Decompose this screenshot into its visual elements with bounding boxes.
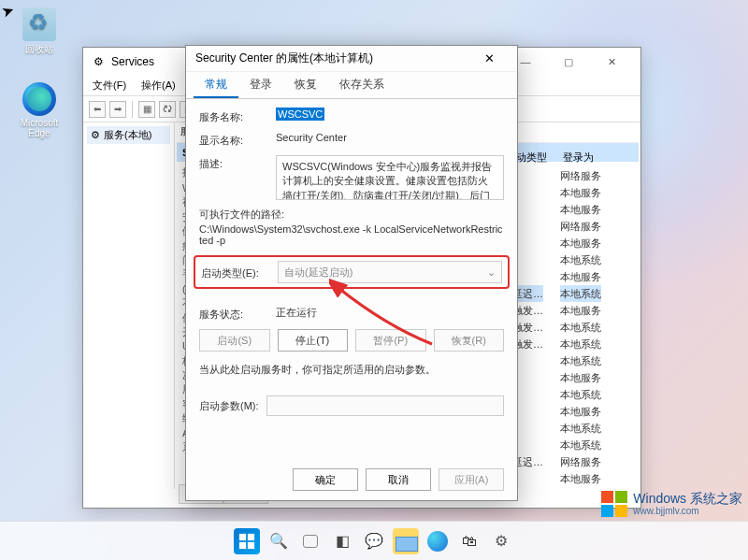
taskbar-widgets[interactable]: ◧ xyxy=(329,528,355,554)
svg-rect-2 xyxy=(239,541,246,548)
dialog-titlebar[interactable]: Security Center 的属性(本地计算机) ✕ xyxy=(186,46,517,72)
taskview-icon xyxy=(303,535,318,548)
menu-file[interactable]: 文件(F) xyxy=(87,77,132,94)
maximize-button[interactable]: ▢ xyxy=(547,48,590,76)
recycle-bin-label: 回收站 xyxy=(11,43,67,56)
taskbar-services[interactable]: ⚙ xyxy=(488,528,514,554)
startup-type-highlight: 启动类型(E): 自动(延迟启动) ⌄ xyxy=(194,255,510,289)
column-header-logon[interactable]: 登录为 xyxy=(563,151,594,165)
search-icon: 🔍 xyxy=(269,532,288,550)
watermark-url: www.bjjmlv.com xyxy=(633,506,742,516)
dialog-title: Security Center 的属性(本地计算机) xyxy=(195,50,373,66)
start-params-input xyxy=(266,395,504,416)
pause-button: 暂停(P) xyxy=(355,329,426,352)
apply-button[interactable]: 应用(A) xyxy=(439,468,504,491)
start-params-label: 启动参数(M): xyxy=(199,399,259,413)
services-tree-pane: ⚙ 服务(本地) xyxy=(83,122,175,489)
startup-hint: 当从此处启动服务时，你可指定所适用的启动参数。 xyxy=(199,363,504,377)
tab-recovery[interactable]: 恢复 xyxy=(283,72,328,98)
services-title: Services xyxy=(111,55,154,68)
display-name-value: Security Center xyxy=(276,132,504,143)
tree-node-services-local[interactable]: ⚙ 服务(本地) xyxy=(87,126,170,144)
taskbar-chat[interactable]: 💬 xyxy=(361,528,387,554)
description-label: 描述: xyxy=(199,155,276,171)
service-properties-dialog: Security Center 的属性(本地计算机) ✕ 常规 登录 恢复 依存… xyxy=(185,45,518,501)
close-button[interactable]: ✕ xyxy=(590,48,633,76)
watermark-text: Windows 系统之家 xyxy=(633,492,742,506)
gear-icon: ⚙ xyxy=(495,532,508,550)
taskbar-taskview[interactable] xyxy=(297,528,324,554)
edge-icon xyxy=(22,82,56,116)
desktop-icon-edge[interactable]: Microsoft Edge xyxy=(11,82,67,138)
column-logon-values: 网络服务本地服务本地服务网络服务本地服务本地系统本地服务本地系统本地服务本地系统… xyxy=(560,167,601,487)
startup-type-dropdown[interactable]: 自动(延迟启动) ⌄ xyxy=(278,261,502,283)
tab-general[interactable]: 常规 xyxy=(194,72,238,98)
tool-back-icon[interactable]: ⬅ xyxy=(89,101,106,118)
tool-grid-icon[interactable]: ▦ xyxy=(138,101,155,118)
desktop-icon-recycle-bin[interactable]: 回收站 xyxy=(11,7,67,56)
exe-path-value: C:\Windows\System32\svchost.exe -k Local… xyxy=(199,222,504,246)
cancel-button[interactable]: 取消 xyxy=(366,468,431,491)
taskbar: 🔍 ◧ 💬 🛍 ⚙ xyxy=(0,521,748,560)
chat-icon: 💬 xyxy=(365,532,383,550)
exe-path-label: 可执行文件的路径: xyxy=(199,208,504,222)
svg-rect-1 xyxy=(248,533,254,539)
watermark: Windows 系统之家 www.bjjmlv.com xyxy=(601,491,742,517)
service-status-value: 正在运行 xyxy=(276,306,504,320)
tab-dependencies[interactable]: 依存关系 xyxy=(328,72,396,98)
widgets-icon: ◧ xyxy=(336,532,350,550)
taskbar-explorer[interactable] xyxy=(393,528,419,554)
ok-button[interactable]: 确定 xyxy=(293,468,358,491)
services-app-icon: ⚙ xyxy=(91,54,106,69)
service-name-value[interactable]: WSCSVC xyxy=(276,108,324,121)
recycle-bin-icon xyxy=(22,7,56,41)
resume-button: 恢复(R) xyxy=(434,329,505,352)
startup-type-value: 自动(延迟启动) xyxy=(284,266,352,280)
start-button[interactable] xyxy=(234,528,260,554)
service-status-label: 服务状态: xyxy=(199,306,276,322)
edge-label: Microsoft Edge xyxy=(11,118,67,138)
edge-icon xyxy=(427,531,448,552)
tool-forward-icon[interactable]: ➡ xyxy=(109,101,126,118)
windows-icon xyxy=(238,533,255,550)
startup-type-label: 启动类型(E): xyxy=(201,265,278,280)
gear-icon: ⚙ xyxy=(91,129,100,141)
taskbar-edge[interactable] xyxy=(424,528,451,554)
svg-rect-0 xyxy=(239,533,246,539)
windows-logo-icon xyxy=(601,491,627,517)
chevron-down-icon: ⌄ xyxy=(487,266,496,279)
store-icon: 🛍 xyxy=(462,533,477,550)
taskbar-search[interactable]: 🔍 xyxy=(266,528,292,554)
service-name-label: 服务名称: xyxy=(199,108,276,124)
taskbar-store[interactable]: 🛍 xyxy=(456,528,482,554)
dialog-close-button[interactable]: ✕ xyxy=(470,47,508,71)
stop-button[interactable]: 停止(T) xyxy=(278,329,349,352)
dialog-tabs: 常规 登录 恢复 依存关系 xyxy=(186,72,517,99)
start-button: 启动(S) xyxy=(199,329,270,352)
tool-refresh-icon[interactable]: 🗘 xyxy=(159,101,176,118)
description-textbox[interactable]: WSCSVC(Windows 安全中心)服务监视并报告计算机上的安全健康设置。健… xyxy=(276,155,504,200)
menu-action[interactable]: 操作(A) xyxy=(136,77,181,94)
tab-logon[interactable]: 登录 xyxy=(238,72,283,98)
svg-rect-3 xyxy=(248,541,254,548)
display-name-label: 显示名称: xyxy=(199,132,276,148)
